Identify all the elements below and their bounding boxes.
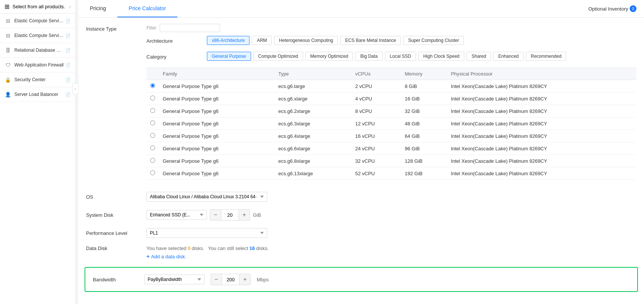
table-row[interactable]: General Purpose Type g6 ecs.g6.13xlarge … <box>146 167 636 180</box>
instance-radio-1[interactable] <box>150 96 155 100</box>
table-cell-vcpus: 16 vCPU <box>351 130 401 142</box>
cat-btn-recommended[interactable]: Recommended <box>526 52 566 61</box>
bandwidth-decrement-button[interactable]: − <box>211 274 222 285</box>
sidebar-item-ecs2[interactable]: ⊟ Elastic Compute Services ... 📄 <box>0 28 75 43</box>
table-cell-radio[interactable] <box>146 105 159 117</box>
add-data-disk-button[interactable]: + Add a data disk. <box>146 253 186 259</box>
table-header-memory: Memory <box>401 68 447 80</box>
os-select[interactable]: Alibaba Cloud Linux / Alibaba Cloud Linu… <box>146 192 267 202</box>
system-disk-size-input[interactable] <box>221 210 239 220</box>
table-cell-radio[interactable] <box>146 130 159 142</box>
os-label: OS <box>86 194 146 200</box>
inventory-count-badge: 0 <box>630 5 636 12</box>
system-disk-decrement-button[interactable]: − <box>210 210 221 220</box>
arch-btn-arm[interactable]: ARM <box>252 36 272 45</box>
instance-radio-3[interactable] <box>150 120 155 125</box>
performance-level-select[interactable]: PL1 <box>146 228 267 238</box>
category-row: Category General Purpose Compute Optimiz… <box>146 52 636 65</box>
table-cell-radio[interactable] <box>146 93 159 105</box>
sidebar-item-label: Web Application Firewall <box>14 62 64 68</box>
table-cell-processor: Intel Xeon(Cascade Lake) Platinum 8269CY <box>447 167 636 180</box>
system-disk-control: Enhanced SSD (E... − + GiB <box>146 209 261 221</box>
table-cell-vcpus: 24 vCPU <box>351 142 401 155</box>
instance-radio-4[interactable] <box>150 133 155 138</box>
arch-btn-super[interactable]: Super Computing Cluster <box>403 36 464 45</box>
filter-input[interactable] <box>160 24 220 32</box>
table-row[interactable]: General Purpose Type g6 ecs.g6.3xlarge 1… <box>146 117 636 130</box>
database-icon: 🗄 <box>5 47 11 54</box>
sidebar-item-label: Relational Database Servi... <box>14 48 64 53</box>
instance-radio-6[interactable] <box>150 158 155 163</box>
arch-btn-x86[interactable]: x86-Architecture <box>207 36 250 45</box>
data-disk-info-text2: disks. <box>192 245 204 251</box>
instance-type-section: Instance Type Filter Architecture x86-Ar… <box>86 24 636 186</box>
table-row[interactable]: General Purpose Type g6 ecs.g6.xlarge 4 … <box>146 93 636 105</box>
cat-btn-shared[interactable]: Shared <box>467 52 491 61</box>
table-row[interactable]: General Purpose Type g6 ecs.g6.8xlarge 3… <box>146 155 636 167</box>
instance-radio-0[interactable] <box>150 83 155 88</box>
table-header-processor: Physical Processor <box>447 68 636 80</box>
cat-btn-enhanced[interactable]: Enhanced <box>493 52 524 61</box>
table-row[interactable]: General Purpose Type g6 ecs.g6.6xlarge 2… <box>146 142 636 155</box>
lock-icon: 🔒 <box>5 76 11 83</box>
table-cell-radio[interactable] <box>146 155 159 167</box>
tab-price-calculator[interactable]: Price Calculator <box>117 0 177 17</box>
system-disk-increment-button[interactable]: + <box>239 210 250 220</box>
data-disk-info-text4: disks. <box>256 245 269 251</box>
table-cell-processor: Intel Xeon(Cascade Lake) Platinum 8269CY <box>447 105 636 117</box>
performance-level-control: PL1 <box>146 228 267 238</box>
system-disk-label: System Disk <box>86 212 146 218</box>
table-row[interactable]: General Purpose Type g6 ecs.g6.large 2 v… <box>146 80 636 93</box>
filter-label: Filter <box>146 25 157 31</box>
table-cell-radio[interactable] <box>146 117 159 130</box>
sidebar: ⊞ Select from all products. › ⊟ Elastic … <box>0 0 75 304</box>
sidebar-item-ecs1[interactable]: ⊟ Elastic Compute Services ... 📄 <box>0 14 75 28</box>
bandwidth-increment-button[interactable]: + <box>240 274 250 285</box>
table-cell-radio[interactable] <box>146 167 159 180</box>
sidebar-item-rds[interactable]: 🗄 Relational Database Servi... 📄 <box>0 43 75 58</box>
sidebar-item-sc[interactable]: 🔒 Security Center 📄 <box>0 73 75 87</box>
table-cell-family: General Purpose Type g6 <box>159 80 274 93</box>
sidebar-item-waf[interactable]: 🛡 Web Application Firewall 📄 <box>0 58 75 73</box>
cat-btn-hcs[interactable]: High Clock Speed <box>418 52 464 61</box>
sidebar-top-item[interactable]: ⊞ Select from all products. › <box>0 0 75 14</box>
arch-btn-hetero[interactable]: Heterogeneous Computing <box>274 36 338 45</box>
arch-btn-bare[interactable]: ECS Bare Metal Instance <box>340 36 401 45</box>
table-cell-memory: 32 GiB <box>401 105 447 117</box>
table-row[interactable]: General Purpose Type g6 ecs.g6.4xlarge 1… <box>146 130 636 142</box>
table-row[interactable]: General Purpose Type g6 ecs.g6.2xlarge 8… <box>146 105 636 117</box>
doc-icon: 📄 <box>65 19 71 23</box>
tab-pricing[interactable]: Pricing <box>79 0 117 17</box>
main-content: Pricing Price Calculator Optional Invent… <box>79 0 644 304</box>
bandwidth-type-select[interactable]: PayByBandwidth <box>144 275 205 284</box>
table-cell-radio[interactable] <box>146 142 159 155</box>
plus-icon: + <box>146 253 149 259</box>
grid-icon: ⊞ <box>5 3 9 10</box>
instance-radio-2[interactable] <box>150 108 155 113</box>
cat-btn-compute[interactable]: Compute Optimized <box>253 52 303 61</box>
table-cell-processor: Intel Xeon(Cascade Lake) Platinum 8269CY <box>447 117 636 130</box>
bandwidth-section: Bandwidth PayByBandwidth − + Mbps <box>85 267 638 292</box>
table-cell-family: General Purpose Type g6 <box>159 117 274 130</box>
sidebar-item-slb[interactable]: 👤 Server Load Balancer 📄 <box>0 87 75 102</box>
cat-btn-general[interactable]: General Purpose <box>207 52 251 61</box>
system-disk-type-select[interactable]: Enhanced SSD (E... <box>146 210 207 220</box>
optional-inventory-label: Optional Inventory <box>588 6 628 12</box>
sidebar-collapse-button[interactable]: ‹ <box>72 83 79 94</box>
instance-radio-7[interactable] <box>150 170 155 175</box>
table-cell-radio[interactable] <box>146 80 159 93</box>
doc-icon: 📄 <box>65 92 71 97</box>
cat-btn-ssd[interactable]: Local SSD <box>385 52 416 61</box>
instance-radio-5[interactable] <box>150 145 155 150</box>
bandwidth-size-input[interactable] <box>222 274 240 285</box>
cat-btn-memory[interactable]: Memory Optimized <box>305 52 353 61</box>
os-control: Alibaba Cloud Linux / Alibaba Cloud Linu… <box>146 192 267 202</box>
table-cell-memory: 192 GiB <box>401 167 447 180</box>
doc-icon: 📄 <box>65 77 71 82</box>
cat-btn-bigdata[interactable]: Big Data <box>355 52 382 61</box>
tab-optional-inventory[interactable]: Optional Inventory 0 <box>588 0 644 17</box>
table-cell-vcpus: 12 vCPU <box>351 117 401 130</box>
filter-row: Filter <box>146 24 636 32</box>
person-icon: 👤 <box>5 91 11 98</box>
table-cell-type: ecs.g6.6xlarge <box>274 142 351 155</box>
